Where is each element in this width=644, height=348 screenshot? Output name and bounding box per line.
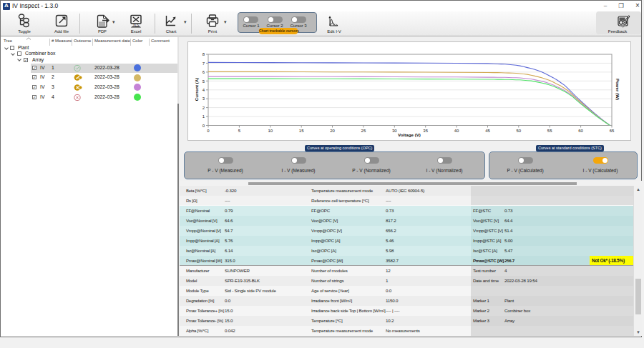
svg-text:25: 25 — [361, 129, 366, 133]
svg-text:45: 45 — [485, 129, 490, 133]
svg-text:10: 10 — [268, 129, 273, 133]
svg-text:30: 30 — [392, 129, 397, 133]
svg-text:65: 65 — [610, 129, 615, 133]
svg-text:35: 35 — [423, 129, 428, 133]
svg-text:15: 15 — [299, 129, 304, 133]
svg-text:XLS: XLS — [133, 24, 140, 27]
svg-text:Voltage (V): Voltage (V) — [398, 132, 421, 137]
svg-text:40: 40 — [454, 129, 459, 133]
svg-text:55: 55 — [547, 129, 552, 133]
svg-text:60: 60 — [578, 129, 583, 133]
svg-text:20: 20 — [330, 129, 335, 133]
svg-text:50: 50 — [516, 129, 521, 133]
svg-text:Power (W): Power (W) — [615, 79, 620, 100]
svg-text:Current (A): Current (A) — [194, 78, 199, 101]
